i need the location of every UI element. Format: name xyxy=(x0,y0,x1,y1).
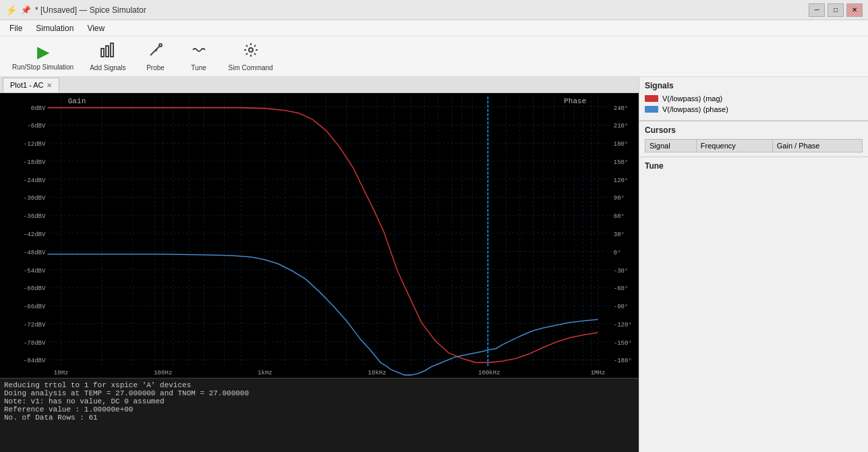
svg-text:Phase: Phase xyxy=(564,97,586,105)
svg-text:-180°: -180° xyxy=(614,357,632,364)
svg-text:-36dBV: -36dBV xyxy=(24,213,46,220)
svg-text:-12dBV: -12dBV xyxy=(24,140,46,148)
svg-text:Gain: Gain xyxy=(68,97,86,105)
probe-icon xyxy=(148,42,164,62)
svg-text:100kHz: 100kHz xyxy=(478,369,500,376)
signals-section: Signals V(/lowpass) (mag) V(/lowpass) (p… xyxy=(639,77,868,121)
titlebar: ⚡ 📌 * [Unsaved] — Spice Simulator ─ □ ✕ xyxy=(0,0,868,20)
tune-icon xyxy=(191,42,207,62)
play-icon: ▶ xyxy=(37,43,49,61)
svg-rect-2 xyxy=(111,43,113,57)
svg-text:240°: 240° xyxy=(614,105,629,112)
svg-text:-78dBV: -78dBV xyxy=(24,339,46,347)
svg-text:30°: 30° xyxy=(614,231,625,238)
svg-text:-30°: -30° xyxy=(614,266,629,274)
svg-text:-72dBV: -72dBV xyxy=(24,321,46,329)
cursors-section: Cursors Signal Frequency Gain / Phase xyxy=(639,121,868,157)
cursors-title: Cursors xyxy=(645,125,863,135)
toolbar: ▶ Run/Stop Simulation Add Signals Probe xyxy=(0,36,868,77)
console-line-2: Doing analysis at TEMP = 27.000000 and T… xyxy=(4,389,635,397)
app-icon: ⚡ xyxy=(5,5,17,16)
svg-text:10kHz: 10kHz xyxy=(368,369,386,376)
sim-command-button[interactable]: Sim Command xyxy=(222,39,280,74)
run-stop-button[interactable]: ▶ Run/Stop Simulation xyxy=(5,40,80,74)
gear-icon xyxy=(243,42,259,62)
svg-text:Frequency: Frequency xyxy=(306,377,347,378)
add-signals-button[interactable]: Add Signals xyxy=(83,39,132,74)
bar-chart-icon xyxy=(100,42,116,62)
svg-text:-90°: -90° xyxy=(614,303,629,310)
signal-mag-item[interactable]: V(/lowpass) (mag) xyxy=(645,94,863,103)
col-signal: Signal xyxy=(645,140,697,152)
tune-section: Tune xyxy=(639,157,868,452)
probe-label: Probe xyxy=(146,64,165,72)
menubar: File Simulation View xyxy=(0,20,868,36)
titlebar-title: * [Unsaved] — Spice Simulator xyxy=(35,5,146,15)
svg-rect-0 xyxy=(101,49,104,57)
col-gain-phase: Gain / Phase xyxy=(772,140,862,152)
console-line-3: Note: v1: has no value, DC 0 assumed xyxy=(4,397,635,405)
console-line-1: Reducing trtol to 1 for xspice 'A' devic… xyxy=(4,381,635,389)
svg-text:0°: 0° xyxy=(614,249,621,256)
tune-button[interactable]: Tune xyxy=(179,39,219,74)
svg-text:1MHz: 1MHz xyxy=(591,369,606,376)
tune-label: Tune xyxy=(191,64,206,72)
svg-text:-24dBV: -24dBV xyxy=(24,177,46,184)
svg-text:120°: 120° xyxy=(614,177,629,184)
signal-phase-color xyxy=(645,106,658,113)
tab-close-button[interactable]: ✕ xyxy=(47,82,52,89)
sim-command-label: Sim Command xyxy=(229,64,273,72)
minimize-button[interactable]: ─ xyxy=(809,3,825,17)
svg-text:60°: 60° xyxy=(614,213,625,220)
run-stop-label: Run/Stop Simulation xyxy=(12,63,74,71)
plot-area: Plot1 - AC ✕ xyxy=(0,77,639,452)
svg-text:1kHz: 1kHz xyxy=(258,369,272,376)
plot-container: 0dBV -6dBV -12dBV -18dBV -24dBV -30dBV -… xyxy=(0,93,639,378)
tab-bar: Plot1 - AC ✕ xyxy=(0,77,639,93)
svg-text:-60°: -60° xyxy=(614,285,629,292)
svg-text:10Hz: 10Hz xyxy=(54,369,69,376)
svg-text:-6dBV: -6dBV xyxy=(27,122,46,130)
maximize-button[interactable]: □ xyxy=(828,3,844,17)
chart-svg: 0dBV -6dBV -12dBV -18dBV -24dBV -30dBV -… xyxy=(0,93,639,378)
tab-label: Plot1 - AC xyxy=(10,81,44,89)
svg-text:210°: 210° xyxy=(614,122,629,130)
titlebar-controls[interactable]: ─ □ ✕ xyxy=(809,3,863,17)
svg-text:-84dBV: -84dBV xyxy=(24,357,46,364)
menu-view[interactable]: View xyxy=(80,22,111,34)
close-button[interactable]: ✕ xyxy=(846,3,863,17)
tune-title: Tune xyxy=(645,161,863,171)
probe-button[interactable]: Probe xyxy=(136,39,176,74)
right-panel: Signals V(/lowpass) (mag) V(/lowpass) (p… xyxy=(639,77,868,452)
svg-text:150°: 150° xyxy=(614,159,629,166)
svg-text:-48dBV: -48dBV xyxy=(24,249,46,256)
plot-canvas[interactable]: 0dBV -6dBV -12dBV -18dBV -24dBV -30dBV -… xyxy=(0,93,639,378)
signal-phase-item[interactable]: V(/lowpass) (phase) xyxy=(645,105,863,113)
menu-simulation[interactable]: Simulation xyxy=(29,22,80,34)
svg-text:-18dBV: -18dBV xyxy=(24,159,46,166)
pin-icon: 📌 xyxy=(21,5,31,15)
signal-phase-label: V(/lowpass) (phase) xyxy=(662,105,728,113)
col-frequency: Frequency xyxy=(696,140,772,152)
svg-text:-120°: -120° xyxy=(614,321,632,329)
menu-file[interactable]: File xyxy=(3,22,29,34)
svg-text:90°: 90° xyxy=(614,194,625,202)
titlebar-left: ⚡ 📌 * [Unsaved] — Spice Simulator xyxy=(5,5,146,16)
svg-rect-8 xyxy=(0,93,639,378)
svg-text:-60dBV: -60dBV xyxy=(24,285,46,292)
svg-point-5 xyxy=(159,44,162,47)
add-signals-label: Add Signals xyxy=(90,64,125,72)
console-line-5: No. of Data Rows : 61 xyxy=(4,414,635,422)
console-area: Reducing trtol to 1 for xspice 'A' devic… xyxy=(0,378,639,452)
svg-text:-66dBV: -66dBV xyxy=(24,303,46,310)
svg-rect-1 xyxy=(106,46,109,57)
svg-text:100Hz: 100Hz xyxy=(154,369,172,376)
plot1-tab[interactable]: Plot1 - AC ✕ xyxy=(3,78,59,92)
svg-text:-42dBV: -42dBV xyxy=(24,231,46,238)
cursors-table: Signal Frequency Gain / Phase xyxy=(645,139,863,152)
console-line-4: Reference value : 1.00000e+00 xyxy=(4,405,635,414)
signals-title: Signals xyxy=(645,81,863,90)
signal-mag-label: V(/lowpass) (mag) xyxy=(662,94,722,103)
main-content: Plot1 - AC ✕ xyxy=(0,77,868,452)
signal-mag-color xyxy=(645,95,658,102)
